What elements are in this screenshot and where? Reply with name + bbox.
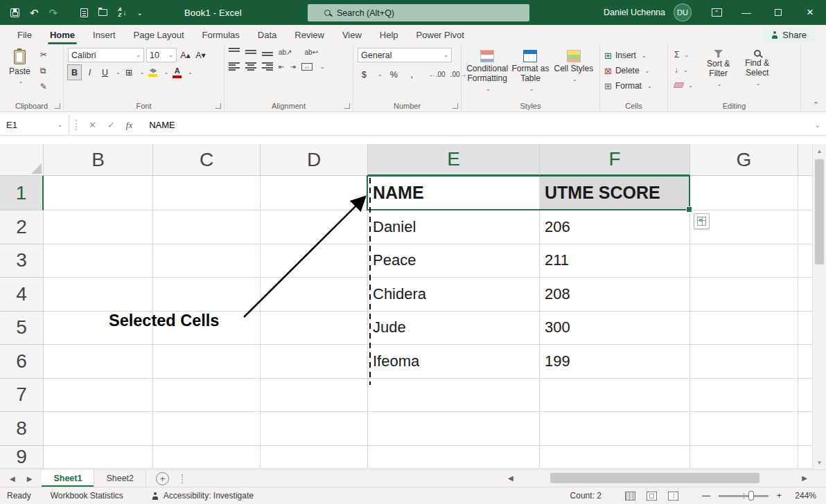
scroll-right-icon[interactable]: ▶ bbox=[802, 474, 807, 482]
clear-button[interactable]: ⌄ bbox=[672, 78, 695, 92]
cell-D5[interactable] bbox=[261, 312, 368, 345]
comma-style-button[interactable]: , bbox=[405, 67, 419, 82]
cell-E3[interactable]: Peace bbox=[368, 244, 540, 278]
select-all-corner[interactable] bbox=[0, 144, 44, 176]
cell-styles-button[interactable]: Cell Styles ⌄ bbox=[552, 48, 595, 99]
increase-decimal-button[interactable]: ←.00 bbox=[429, 71, 446, 78]
borders-button[interactable]: ⊞ bbox=[123, 65, 136, 80]
cell-H7[interactable] bbox=[798, 379, 812, 413]
delete-cells-button[interactable]: ⊠ Delete ⌄ bbox=[604, 63, 663, 78]
number-dialog-launcher[interactable] bbox=[452, 103, 458, 109]
zoom-out-button[interactable]: — bbox=[702, 491, 710, 501]
cell-E7[interactable] bbox=[368, 379, 540, 413]
status-count[interactable]: Count: 2 bbox=[570, 491, 601, 501]
vertical-scrollbar[interactable]: ▲ ▼ bbox=[812, 144, 826, 469]
cell-D7[interactable] bbox=[261, 379, 368, 413]
expand-formula-bar-chevron-icon[interactable]: ⌄ bbox=[815, 121, 820, 129]
collapse-ribbon-chevron-icon[interactable]: ⌃ bbox=[813, 100, 819, 109]
sort-filter-button[interactable]: Sort & Filter ⌄ bbox=[699, 48, 738, 99]
cell-H1[interactable] bbox=[798, 176, 812, 210]
new-file-icon[interactable] bbox=[80, 8, 88, 17]
cell-H4[interactable] bbox=[798, 278, 812, 312]
font-name-combo[interactable]: Calibri ⌄ bbox=[68, 48, 144, 62]
accessibility-button[interactable]: Accessibility: Investigate bbox=[152, 491, 254, 501]
fill-button[interactable]: ↓ ⌄ bbox=[672, 63, 695, 77]
align-center-button[interactable] bbox=[245, 62, 256, 71]
close-button[interactable]: × bbox=[794, 0, 826, 25]
cell-B8[interactable] bbox=[44, 412, 153, 446]
cell-F2[interactable]: 206 bbox=[540, 210, 690, 244]
cell-E9[interactable] bbox=[368, 446, 540, 469]
cell-C9[interactable] bbox=[153, 446, 261, 469]
column-header-G[interactable]: G bbox=[690, 144, 798, 176]
cell-H9[interactable] bbox=[798, 446, 812, 469]
cell-G7[interactable] bbox=[690, 379, 798, 413]
cell-H2[interactable] bbox=[798, 210, 812, 244]
tab-home[interactable]: Home bbox=[41, 25, 84, 44]
name-box[interactable]: E1 ⌄ bbox=[0, 115, 69, 135]
align-right-button[interactable] bbox=[262, 62, 273, 71]
cell-E6[interactable]: Ifeoma bbox=[368, 345, 540, 379]
cell-C4[interactable] bbox=[153, 278, 261, 312]
cell-C3[interactable] bbox=[153, 244, 261, 278]
cell-G8[interactable] bbox=[690, 412, 798, 446]
autosum-button[interactable]: Σ ⌄ bbox=[672, 48, 695, 62]
insert-function-icon[interactable]: fx bbox=[126, 120, 132, 131]
italic-button[interactable]: I bbox=[83, 65, 96, 80]
increase-indent-button[interactable]: ⇥ bbox=[290, 63, 295, 71]
ribbon-display-options-button[interactable]: ⌃ bbox=[703, 0, 730, 25]
tab-review[interactable]: Review bbox=[285, 25, 333, 44]
fill-color-button[interactable] bbox=[146, 65, 159, 80]
undo-icon[interactable]: ↶ bbox=[30, 8, 39, 18]
bold-button[interactable]: B bbox=[68, 65, 81, 80]
cell-D1[interactable] bbox=[261, 176, 368, 210]
cell-F4[interactable]: 208 bbox=[540, 278, 690, 312]
cell-F3[interactable]: 211 bbox=[540, 244, 690, 278]
cell-E8[interactable] bbox=[368, 412, 540, 446]
cell-B3[interactable] bbox=[44, 244, 153, 278]
font-size-combo[interactable]: 10 ⌄ bbox=[146, 48, 177, 62]
tab-page-layout[interactable]: Page Layout bbox=[125, 25, 193, 44]
vertical-scroll-track[interactable] bbox=[813, 158, 826, 456]
vertical-scroll-thumb[interactable] bbox=[815, 159, 824, 264]
cut-button[interactable]: ✂ bbox=[38, 48, 49, 62]
font-color-button[interactable]: A bbox=[170, 65, 184, 80]
tab-insert[interactable]: Insert bbox=[84, 25, 125, 44]
cell-F1[interactable]: UTME SCORE bbox=[540, 176, 690, 210]
row-header-6[interactable]: 6 bbox=[0, 345, 44, 379]
tab-power-pivot[interactable]: Power Pivot bbox=[407, 25, 473, 44]
decrease-indent-button[interactable]: ⇤ bbox=[279, 63, 284, 71]
cell-E5[interactable]: Jude bbox=[368, 312, 540, 345]
cell-D8[interactable] bbox=[261, 412, 368, 446]
row-header-3[interactable]: 3 bbox=[0, 244, 44, 278]
cell-G1[interactable] bbox=[690, 176, 798, 210]
cell-H5[interactable] bbox=[798, 312, 812, 345]
cell-H6[interactable] bbox=[798, 345, 812, 379]
share-button[interactable]: Share bbox=[763, 27, 815, 42]
accounting-format-button[interactable]: $ bbox=[358, 67, 371, 82]
cell-F6[interactable]: 199 bbox=[540, 345, 690, 379]
cell-B9[interactable] bbox=[44, 446, 153, 469]
tab-file[interactable]: File bbox=[8, 25, 41, 44]
cell-B7[interactable] bbox=[44, 379, 153, 413]
cell-C6[interactable] bbox=[153, 345, 261, 379]
customize-qat-chevron-icon[interactable]: ⌄ bbox=[137, 9, 143, 17]
cell-F9[interactable] bbox=[540, 446, 690, 469]
scroll-up-icon[interactable]: ▲ bbox=[813, 144, 826, 158]
horizontal-scroll-thumb[interactable] bbox=[550, 473, 759, 483]
cell-G3[interactable] bbox=[690, 244, 798, 278]
format-cells-button[interactable]: ⊞ Format ⌄ bbox=[604, 78, 663, 93]
page-layout-view-button[interactable] bbox=[647, 492, 657, 501]
column-header-F[interactable]: F bbox=[540, 144, 690, 176]
cell-B6[interactable] bbox=[44, 345, 153, 379]
middle-align-button[interactable] bbox=[245, 48, 256, 56]
cell-E4[interactable]: Chidera bbox=[368, 278, 540, 312]
cell-C1[interactable] bbox=[153, 176, 261, 210]
cell-H8[interactable] bbox=[798, 412, 812, 446]
grow-font-button[interactable]: A▴ bbox=[179, 48, 192, 62]
column-header-E[interactable]: E bbox=[368, 144, 540, 176]
new-sheet-button[interactable]: + bbox=[156, 472, 169, 485]
cell-C8[interactable] bbox=[153, 412, 261, 446]
scroll-down-icon[interactable]: ▼ bbox=[813, 456, 826, 469]
cell-B1[interactable] bbox=[44, 176, 153, 210]
